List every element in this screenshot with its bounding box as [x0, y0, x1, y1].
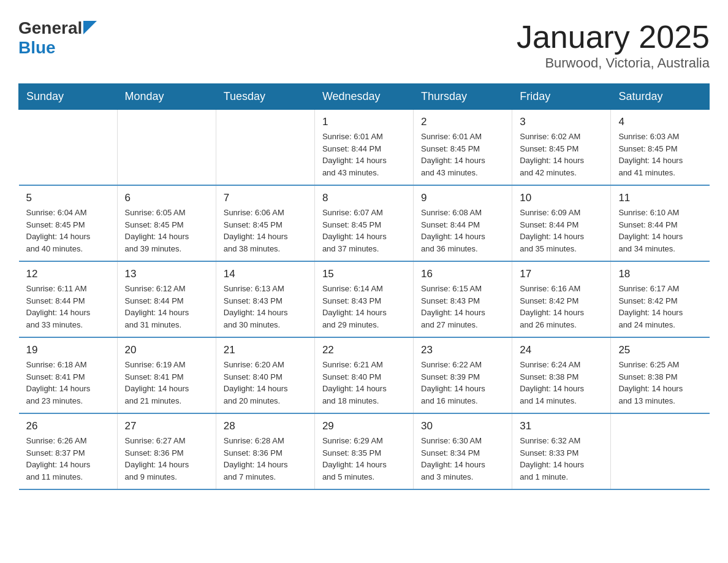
day-info: Sunrise: 6:06 AM Sunset: 8:45 PM Dayligh… — [224, 207, 307, 255]
day-number: 3 — [520, 116, 603, 128]
calendar-cell: 15Sunrise: 6:14 AM Sunset: 8:43 PM Dayli… — [314, 261, 413, 337]
day-number: 30 — [421, 420, 504, 432]
day-info: Sunrise: 6:01 AM Sunset: 8:45 PM Dayligh… — [421, 131, 504, 178]
day-info: Sunrise: 6:01 AM Sunset: 8:44 PM Dayligh… — [322, 131, 406, 178]
day-number: 12 — [26, 268, 110, 280]
day-number: 16 — [421, 268, 504, 280]
calendar-cell: 12Sunrise: 6:11 AM Sunset: 8:44 PM Dayli… — [19, 261, 118, 337]
calendar-cell: 7Sunrise: 6:06 AM Sunset: 8:45 PM Daylig… — [216, 185, 314, 261]
weekday-header-wednesday: Wednesday — [314, 84, 413, 110]
weekday-header-thursday: Thursday — [414, 84, 512, 110]
calendar-cell: 18Sunrise: 6:17 AM Sunset: 8:42 PM Dayli… — [611, 261, 710, 337]
day-info: Sunrise: 6:11 AM Sunset: 8:44 PM Dayligh… — [26, 283, 110, 331]
calendar-table: SundayMondayTuesdayWednesdayThursdayFrid… — [18, 83, 710, 490]
day-number: 4 — [618, 116, 702, 128]
calendar-cell: 22Sunrise: 6:21 AM Sunset: 8:40 PM Dayli… — [314, 337, 413, 413]
day-info: Sunrise: 6:29 AM Sunset: 8:35 PM Dayligh… — [322, 435, 406, 483]
location-text: Burwood, Victoria, Australia — [517, 55, 710, 71]
day-number: 28 — [224, 420, 307, 432]
calendar-cell: 26Sunrise: 6:26 AM Sunset: 8:37 PM Dayli… — [19, 413, 118, 489]
month-title: January 2025 — [517, 18, 710, 55]
calendar-cell: 23Sunrise: 6:22 AM Sunset: 8:39 PM Dayli… — [414, 337, 512, 413]
day-number: 5 — [26, 192, 110, 204]
day-number: 18 — [618, 268, 702, 280]
day-info: Sunrise: 6:18 AM Sunset: 8:41 PM Dayligh… — [26, 359, 110, 407]
logo: General Blue — [18, 18, 97, 58]
day-info: Sunrise: 6:22 AM Sunset: 8:39 PM Dayligh… — [421, 359, 504, 407]
day-number: 21 — [224, 344, 307, 356]
day-info: Sunrise: 6:15 AM Sunset: 8:43 PM Dayligh… — [421, 283, 504, 331]
day-number: 17 — [520, 268, 603, 280]
weekday-header-saturday: Saturday — [611, 84, 710, 110]
day-info: Sunrise: 6:28 AM Sunset: 8:36 PM Dayligh… — [224, 435, 307, 483]
day-number: 1 — [322, 116, 406, 128]
weekday-header-sunday: Sunday — [19, 84, 118, 110]
calendar-cell — [216, 110, 314, 186]
day-info: Sunrise: 6:16 AM Sunset: 8:42 PM Dayligh… — [520, 283, 603, 331]
day-info: Sunrise: 6:07 AM Sunset: 8:45 PM Dayligh… — [322, 207, 406, 255]
day-number: 9 — [421, 192, 504, 204]
logo-triangle-icon — [83, 21, 97, 34]
weekday-header-tuesday: Tuesday — [216, 84, 314, 110]
day-number: 20 — [125, 344, 208, 356]
page-header: General Blue January 2025 Burwood, Victo… — [18, 18, 710, 71]
calendar-cell: 25Sunrise: 6:25 AM Sunset: 8:38 PM Dayli… — [611, 337, 710, 413]
weekday-header-row: SundayMondayTuesdayWednesdayThursdayFrid… — [19, 84, 710, 110]
calendar-cell: 9Sunrise: 6:08 AM Sunset: 8:44 PM Daylig… — [414, 185, 512, 261]
day-info: Sunrise: 6:02 AM Sunset: 8:45 PM Dayligh… — [520, 131, 603, 178]
day-number: 10 — [520, 192, 603, 204]
calendar-cell: 1Sunrise: 6:01 AM Sunset: 8:44 PM Daylig… — [314, 110, 413, 186]
calendar-week-row: 26Sunrise: 6:26 AM Sunset: 8:37 PM Dayli… — [19, 413, 710, 489]
day-number: 14 — [224, 268, 307, 280]
day-number: 13 — [125, 268, 208, 280]
calendar-cell: 3Sunrise: 6:02 AM Sunset: 8:45 PM Daylig… — [512, 110, 611, 186]
day-number: 22 — [322, 344, 406, 356]
calendar-cell: 17Sunrise: 6:16 AM Sunset: 8:42 PM Dayli… — [512, 261, 611, 337]
calendar-week-row: 1Sunrise: 6:01 AM Sunset: 8:44 PM Daylig… — [19, 110, 710, 186]
calendar-cell: 19Sunrise: 6:18 AM Sunset: 8:41 PM Dayli… — [19, 337, 118, 413]
day-number: 6 — [125, 192, 208, 204]
calendar-cell: 31Sunrise: 6:32 AM Sunset: 8:33 PM Dayli… — [512, 413, 611, 489]
calendar-cell: 8Sunrise: 6:07 AM Sunset: 8:45 PM Daylig… — [314, 185, 413, 261]
title-area: January 2025 Burwood, Victoria, Australi… — [517, 18, 710, 71]
calendar-cell: 21Sunrise: 6:20 AM Sunset: 8:40 PM Dayli… — [216, 337, 314, 413]
calendar-cell: 16Sunrise: 6:15 AM Sunset: 8:43 PM Dayli… — [414, 261, 512, 337]
calendar-week-row: 5Sunrise: 6:04 AM Sunset: 8:45 PM Daylig… — [19, 185, 710, 261]
day-number: 27 — [125, 420, 208, 432]
day-info: Sunrise: 6:21 AM Sunset: 8:40 PM Dayligh… — [322, 359, 406, 407]
calendar-cell: 5Sunrise: 6:04 AM Sunset: 8:45 PM Daylig… — [19, 185, 118, 261]
day-info: Sunrise: 6:09 AM Sunset: 8:44 PM Dayligh… — [520, 207, 603, 255]
calendar-cell: 20Sunrise: 6:19 AM Sunset: 8:41 PM Dayli… — [117, 337, 216, 413]
calendar-cell: 14Sunrise: 6:13 AM Sunset: 8:43 PM Dayli… — [216, 261, 314, 337]
day-info: Sunrise: 6:26 AM Sunset: 8:37 PM Dayligh… — [26, 435, 110, 483]
day-info: Sunrise: 6:17 AM Sunset: 8:42 PM Dayligh… — [618, 283, 702, 331]
day-info: Sunrise: 6:30 AM Sunset: 8:34 PM Dayligh… — [421, 435, 504, 483]
calendar-cell: 11Sunrise: 6:10 AM Sunset: 8:44 PM Dayli… — [611, 185, 710, 261]
calendar-week-row: 12Sunrise: 6:11 AM Sunset: 8:44 PM Dayli… — [19, 261, 710, 337]
day-info: Sunrise: 6:13 AM Sunset: 8:43 PM Dayligh… — [224, 283, 307, 331]
day-number: 24 — [520, 344, 603, 356]
svg-marker-0 — [83, 21, 97, 34]
day-info: Sunrise: 6:05 AM Sunset: 8:45 PM Dayligh… — [125, 207, 208, 255]
calendar-cell: 13Sunrise: 6:12 AM Sunset: 8:44 PM Dayli… — [117, 261, 216, 337]
logo-general-text: General — [18, 18, 82, 38]
calendar-cell: 28Sunrise: 6:28 AM Sunset: 8:36 PM Dayli… — [216, 413, 314, 489]
day-number: 15 — [322, 268, 406, 280]
day-info: Sunrise: 6:03 AM Sunset: 8:45 PM Dayligh… — [618, 131, 702, 178]
day-info: Sunrise: 6:14 AM Sunset: 8:43 PM Dayligh… — [322, 283, 406, 331]
logo-blue-text: Blue — [18, 38, 56, 57]
calendar-cell: 6Sunrise: 6:05 AM Sunset: 8:45 PM Daylig… — [117, 185, 216, 261]
calendar-cell — [117, 110, 216, 186]
day-info: Sunrise: 6:27 AM Sunset: 8:36 PM Dayligh… — [125, 435, 208, 483]
day-number: 26 — [26, 420, 110, 432]
day-number: 23 — [421, 344, 504, 356]
day-number: 11 — [618, 192, 702, 204]
day-info: Sunrise: 6:04 AM Sunset: 8:45 PM Dayligh… — [26, 207, 110, 255]
calendar-week-row: 19Sunrise: 6:18 AM Sunset: 8:41 PM Dayli… — [19, 337, 710, 413]
day-info: Sunrise: 6:12 AM Sunset: 8:44 PM Dayligh… — [125, 283, 208, 331]
weekday-header-friday: Friday — [512, 84, 611, 110]
day-info: Sunrise: 6:19 AM Sunset: 8:41 PM Dayligh… — [125, 359, 208, 407]
day-info: Sunrise: 6:08 AM Sunset: 8:44 PM Dayligh… — [421, 207, 504, 255]
day-info: Sunrise: 6:32 AM Sunset: 8:33 PM Dayligh… — [520, 435, 603, 483]
calendar-cell: 30Sunrise: 6:30 AM Sunset: 8:34 PM Dayli… — [414, 413, 512, 489]
